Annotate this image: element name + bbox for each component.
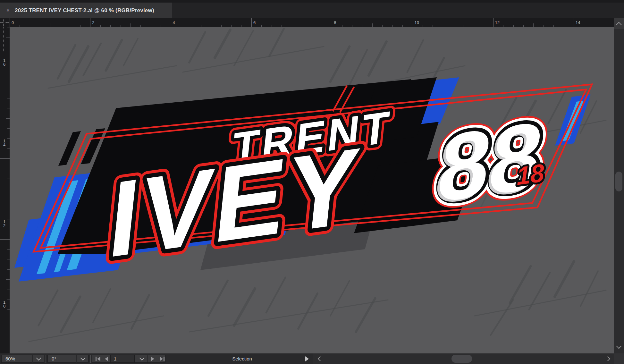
ruler-label: 6 — [253, 20, 256, 25]
previous-artboard-icon — [105, 357, 108, 361]
scroll-down-button[interactable] — [614, 342, 624, 352]
ruler-label: 10 — [2, 300, 7, 308]
ruler-label: 14 — [576, 20, 580, 25]
artboard-canvas[interactable]: TRENT TRENT TRENT IVEY IVEY IVEY 88 88 8… — [10, 27, 614, 353]
vertical-ruler: 16141210 — [0, 27, 10, 353]
chevron-down-icon — [616, 343, 622, 349]
document-title: 2025 TRENT IVEY CHEST-2.ai @ 60 % (RGB/P… — [15, 7, 154, 14]
scroll-right-button[interactable] — [603, 353, 612, 364]
ruler-label: 4 — [173, 20, 175, 25]
scroll-up-button[interactable] — [614, 18, 624, 29]
chevron-down-icon — [36, 355, 41, 360]
zoom-level-value: 60% — [5, 356, 15, 361]
last-artboard-button[interactable] — [158, 355, 166, 363]
first-artboard-button[interactable] — [94, 355, 102, 363]
ruler-label: 8 — [334, 20, 336, 25]
status-menu-button[interactable] — [305, 356, 309, 361]
chevron-down-icon — [139, 355, 144, 360]
status-divider — [46, 355, 46, 363]
horizontal-ruler: 02468101214 — [10, 18, 614, 27]
window-top-strip — [0, 0, 624, 3]
scroll-left-button[interactable] — [315, 353, 325, 364]
tool-status: Selection — [205, 353, 279, 364]
ruler-corner-dots-vertical — [3, 19, 4, 27]
zoom-level-field[interactable]: 60% — [1, 355, 32, 363]
ruler-label: 12 — [495, 20, 500, 25]
chevron-up-icon — [616, 22, 622, 27]
tab-close-icon[interactable]: × — [5, 8, 11, 13]
next-artboard-icon — [151, 357, 154, 361]
rotation-dropdown[interactable] — [77, 355, 89, 363]
horizontal-scrollbar-thumb[interactable] — [451, 355, 472, 363]
horizontal-scrollbar[interactable] — [313, 353, 614, 364]
document-tab[interactable]: × 2025 TRENT IVEY CHEST-2.ai @ 60 % (RGB… — [0, 3, 172, 18]
secondary-number-fill: 18 — [516, 158, 545, 190]
zoom-level-dropdown[interactable] — [33, 355, 44, 363]
chevron-down-icon — [80, 355, 85, 360]
ruler-label: 16 — [2, 58, 7, 66]
artboard-number-value: 1 — [114, 356, 116, 361]
rotation-value: 0° — [52, 356, 56, 361]
tool-status-text: Selection — [232, 356, 252, 361]
first-artboard-icon — [96, 357, 97, 361]
previous-artboard-button[interactable] — [103, 355, 110, 363]
artwork-secondary-number: 18 18 — [516, 158, 545, 190]
rotation-field[interactable]: 0° — [47, 355, 76, 363]
ruler-label: 14 — [2, 139, 7, 146]
ruler-origin-corner — [0, 18, 10, 27]
next-artboard-button[interactable] — [149, 355, 156, 363]
artboard-dropdown[interactable] — [136, 355, 148, 363]
chevron-left-icon — [317, 356, 323, 361]
scrollbar-corner — [614, 353, 624, 364]
ruler-label: 12 — [2, 219, 7, 227]
ruler-label: 0 — [12, 20, 14, 25]
vertical-scrollbar[interactable] — [614, 18, 624, 353]
vertical-scrollbar-thumb[interactable] — [615, 172, 622, 191]
last-artboard-icon — [160, 357, 163, 361]
ruler-dots-vertical — [3, 27, 4, 52]
status-divider — [90, 355, 91, 363]
ruler-label: 10 — [415, 20, 419, 25]
ruler-corner-dots-horizontal — [0, 22, 9, 23]
artboard-number-field[interactable]: 1 — [110, 355, 135, 363]
chevron-right-icon — [605, 356, 610, 361]
artwork: TRENT TRENT TRENT IVEY IVEY IVEY 88 88 8… — [10, 27, 614, 353]
ruler-label: 2 — [92, 20, 94, 25]
document-tab-bar: × 2025 TRENT IVEY CHEST-2.ai @ 60 % (RGB… — [0, 3, 624, 18]
